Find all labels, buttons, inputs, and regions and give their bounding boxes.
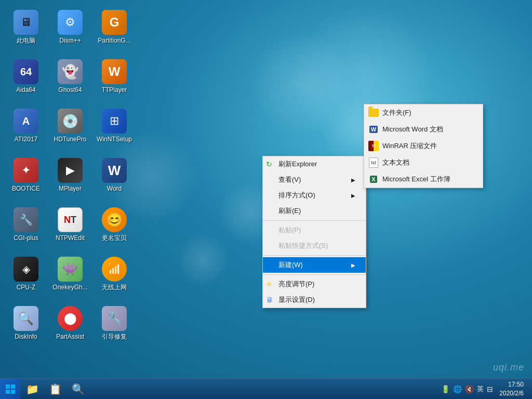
- icon-repair[interactable]: 🔧 引导修复: [94, 301, 135, 345]
- ctx-sep-3: [263, 274, 366, 275]
- clock-time: 17:50: [499, 380, 524, 389]
- icon-ghost64[interactable]: 👻 Ghost64: [49, 55, 91, 99]
- submenu-excel[interactable]: X Microsoft Excel 工作簿: [364, 171, 483, 188]
- icon-ati2017[interactable]: A ATI2017: [5, 104, 47, 148]
- ctx-refresh-explorer-label: 刷新Explorer: [278, 159, 317, 169]
- ctx-brightness[interactable]: ✳ 亮度调节(P): [263, 276, 366, 292]
- icon-onekeygh-label: OnekeyGh...: [52, 284, 87, 291]
- language-label[interactable]: 英: [477, 384, 484, 394]
- ctx-new-label: 新建(W): [278, 260, 303, 270]
- taskbar-pinned-apps: 📁 📋 🔍: [21, 379, 89, 400]
- new-submenu: 文件夹(F) W Microsoft Word 文档 R WinRAR 压缩文件…: [364, 104, 483, 188]
- ctx-display[interactable]: 🖥 显示设置(D): [263, 292, 366, 308]
- ctx-view-arrow: ▶: [351, 177, 355, 183]
- icon-bootice[interactable]: ✦ BOOTICE: [5, 153, 47, 197]
- icon-cpuz[interactable]: ◈ CPU-Z: [5, 252, 47, 296]
- icon-partition[interactable]: G PartitionG...: [94, 5, 135, 49]
- icon-partassist[interactable]: ⬤ PartAssist: [49, 301, 91, 345]
- context-menu: ↻ 刷新Explorer 查看(V) ▶ 排序方式(O) ▶ 刷新(E) 粘贴(…: [262, 156, 366, 308]
- icon-aida64[interactable]: 64 Aida64: [5, 55, 47, 99]
- ctx-brightness-label: 亮度调节(P): [278, 280, 314, 289]
- taskbar-clipboard[interactable]: 📋: [44, 379, 66, 400]
- ctx-new[interactable]: 新建(W) ▶: [263, 257, 366, 273]
- icon-mplayer[interactable]: ▶ MPlayer: [49, 153, 91, 197]
- icon-bootice-label: BOOTICE: [12, 185, 40, 192]
- submenu-word-icon: W: [368, 124, 379, 135]
- mplayer-icon-img: ▶: [58, 158, 83, 183]
- icon-wireless[interactable]: 📶 无线上网: [94, 252, 135, 296]
- submenu-excel-icon: X: [368, 174, 379, 184]
- ctx-display-label: 显示设置(D): [278, 295, 315, 304]
- icon-onekeygh[interactable]: 👾 OnekeyGh...: [49, 252, 91, 296]
- repair-icon-img: 🔧: [102, 306, 127, 331]
- hdtune-icon-img: 💿: [58, 109, 83, 134]
- brightness-icon: ✳: [266, 280, 272, 288]
- icon-word[interactable]: W Word: [94, 153, 135, 197]
- taskbar-right-area: 🔋 🌐 🔇 英 ⊟ 17:50 2020/2/6: [441, 380, 532, 398]
- icon-cgiplus-label: CGI-plus: [14, 234, 38, 242]
- rename-icon-img: 😊: [102, 207, 127, 232]
- icon-rename-label: 更名宝贝: [102, 234, 127, 242]
- ctx-sort[interactable]: 排序方式(O) ▶: [263, 188, 366, 203]
- partassist-icon-img: ⬤: [58, 306, 83, 331]
- submenu-winrar[interactable]: R WinRAR 压缩文件: [364, 138, 483, 154]
- icon-rename[interactable]: 😊 更名宝贝: [94, 203, 135, 247]
- icon-wireless-label: 无线上网: [102, 284, 127, 291]
- icon-dism[interactable]: ⚙ Dism++: [49, 5, 91, 49]
- ctx-refresh[interactable]: 刷新(E): [263, 203, 366, 219]
- submenu-txt-icon: txt: [368, 157, 379, 168]
- icon-repair-label: 引导修复: [102, 333, 127, 340]
- ctx-sort-arrow: ▶: [351, 193, 355, 198]
- icon-winntsetup-label: WinNTSetup: [97, 136, 132, 143]
- clock-date: 2020/2/6: [499, 389, 524, 398]
- icon-cpuz-label: CPU-Z: [17, 284, 36, 291]
- system-tray: 🔋 🌐 🔇 英 ⊟: [441, 384, 493, 394]
- icon-ntpwedit[interactable]: NT NTPWEdit: [49, 203, 91, 247]
- ctx-refresh-explorer[interactable]: ↻ 刷新Explorer: [263, 156, 366, 172]
- icon-computer[interactable]: 🖥 此电脑: [5, 5, 47, 49]
- icon-word-label: Word: [107, 185, 122, 192]
- icon-ati2017-label: ATI2017: [15, 136, 37, 143]
- windows-logo-icon: [5, 384, 16, 394]
- submenu-folder[interactable]: 文件夹(F): [364, 104, 483, 121]
- icon-ttplayer[interactable]: W TTPlayer: [94, 55, 135, 99]
- desktop-icons-grid: 🖥 此电脑 ⚙ Dism++ G PartitionG... 64 Aida64…: [5, 5, 135, 348]
- icon-hdtune[interactable]: 💿 HDTunePro: [49, 104, 91, 148]
- icon-partition-label: PartitionG...: [98, 37, 130, 44]
- taskbar-file-explorer[interactable]: 📁: [21, 379, 44, 400]
- submenu-winrar-label: WinRAR 压缩文件: [382, 141, 437, 151]
- ttplayer-icon-img: W: [102, 59, 127, 84]
- svg-rect-0: [6, 384, 10, 389]
- icon-aida64-label: Aida64: [16, 86, 35, 94]
- taskbar-search[interactable]: 🔍: [66, 379, 89, 400]
- submenu-excel-label: Microsoft Excel 工作簿: [382, 175, 450, 184]
- search-taskbar-icon: 🔍: [72, 383, 85, 395]
- start-button[interactable]: [0, 379, 21, 400]
- ctx-view[interactable]: 查看(V) ▶: [263, 172, 366, 188]
- ctx-paste-label: 粘贴(P): [278, 225, 301, 235]
- clock-display[interactable]: 17:50 2020/2/6: [495, 380, 528, 398]
- display-icon: 🖥: [266, 296, 273, 304]
- icon-cgiplus[interactable]: 🔧 CGI-plus: [5, 203, 47, 247]
- ghost64-icon-img: 👻: [58, 59, 83, 84]
- icon-partassist-label: PartAssist: [56, 333, 84, 340]
- word-icon-img: W: [102, 158, 127, 183]
- ctx-paste-shortcut[interactable]: 粘贴快捷方式(S): [263, 238, 366, 254]
- ctx-paste[interactable]: 粘贴(P): [263, 222, 366, 238]
- ctx-view-label: 查看(V): [278, 175, 301, 184]
- submenu-textfile[interactable]: txt 文本文档: [364, 154, 483, 171]
- ctx-new-arrow: ▶: [351, 262, 355, 268]
- icon-winntsetup[interactable]: ⊞ WinNTSetup: [94, 104, 135, 148]
- submenu-winrar-icon: R: [368, 141, 379, 151]
- icon-diskinfo[interactable]: 🔍 DiskInfo: [5, 301, 47, 345]
- submenu-word-doc[interactable]: W Microsoft Word 文档: [364, 121, 483, 138]
- icon-hdtune-label: HDTunePro: [54, 136, 87, 143]
- desktop: 🖥 此电脑 ⚙ Dism++ G PartitionG... 64 Aida64…: [0, 0, 532, 399]
- aida64-icon-img: 64: [14, 59, 38, 84]
- clipboard-icon: 📋: [49, 383, 62, 395]
- wireless-icon-img: 📶: [102, 257, 127, 282]
- cpuz-icon-img: ◈: [14, 257, 38, 282]
- partition-icon-img: G: [102, 10, 127, 35]
- icon-ntpwedit-label: NTPWEdit: [56, 234, 85, 242]
- bootice-icon-img: ✦: [14, 158, 38, 183]
